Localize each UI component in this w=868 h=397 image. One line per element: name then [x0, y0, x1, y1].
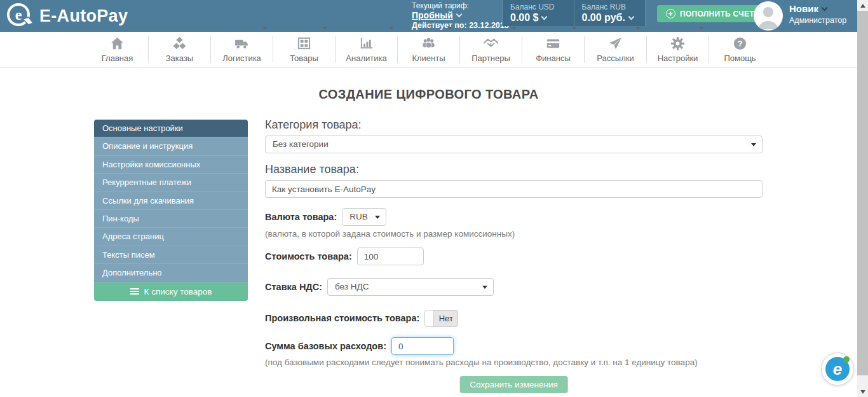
people-icon — [421, 36, 437, 52]
caret-down-icon — [322, 27, 327, 30]
sidebar-item-recurrent[interactable]: Рекуррентные платежи — [94, 174, 248, 192]
sidebar-item-additional[interactable]: Дополнительно — [94, 264, 248, 282]
bar-chart-icon — [358, 36, 374, 52]
scrollbar-thumb[interactable] — [857, 11, 868, 375]
caret-down-icon — [389, 27, 394, 30]
nav-label: Заказы — [166, 53, 193, 63]
caret-down-icon — [447, 27, 452, 30]
page-title: СОЗДАНИЕ ЦИФРОВОГО ТОВАРА — [0, 87, 857, 102]
vertical-scrollbar[interactable] — [857, 0, 868, 397]
caret-down-icon — [635, 27, 641, 30]
balance-usd[interactable]: Баланс USD 0.00 $ — [503, 0, 574, 26]
nav-item-analytics[interactable]: Аналитика — [336, 34, 397, 66]
nav-label: Логистика — [222, 53, 261, 63]
currency-select[interactable]: RUB — [342, 208, 386, 226]
caret-down-icon — [572, 27, 577, 30]
nav-item-partners[interactable]: Партнеры — [460, 34, 522, 66]
caret-down-icon — [699, 27, 704, 30]
nav-item-home[interactable]: Главная — [86, 34, 148, 66]
sidebar-item-download-links[interactable]: Ссылки для скачивания — [94, 192, 248, 210]
credit-card-icon — [545, 36, 561, 52]
online-status-dot — [843, 356, 850, 363]
vat-select[interactable]: без НДС — [327, 278, 494, 296]
sidebar-item-commissions[interactable]: Настройки комиссионных — [94, 156, 248, 174]
toggle-state-label: Нет — [434, 310, 458, 326]
app-header: e E-AutoPay Текущий тариф: Пробный Дейст… — [0, 0, 857, 32]
sidebar-item-pin-codes[interactable]: Пин-коды — [94, 210, 248, 228]
arbitrary-price-toggle[interactable]: Нет — [424, 310, 458, 327]
category-select[interactable]: Без категории — [265, 136, 763, 153]
vat-label: Ставка НДС: — [265, 278, 322, 296]
balance-rub[interactable]: Баланс RUB 0.00 руб. — [574, 0, 646, 26]
currency-label: Валюта товара: — [265, 208, 337, 226]
avatar[interactable] — [754, 1, 783, 31]
nav-label: Партнеры — [471, 53, 510, 63]
chevron-down-icon — [628, 14, 634, 20]
scroll-up-arrow[interactable] — [857, 0, 868, 11]
balance-usd-value: 0.00 $ — [510, 12, 538, 23]
svg-text:?: ? — [737, 39, 742, 48]
nav-label: Аналитика — [346, 53, 386, 63]
balance-rub-label: Баланс RUB — [582, 3, 646, 11]
nav-item-finance[interactable]: Финансы — [522, 34, 584, 66]
topup-button[interactable]: + ПОПОЛНИТЬ СЧЕТ — [657, 5, 763, 22]
product-form: Категория товара: Без категории Название… — [265, 118, 763, 397]
balance-rub-value: 0.00 руб. — [582, 12, 625, 23]
price-input[interactable] — [357, 247, 424, 265]
caret-down-icon — [262, 27, 268, 30]
to-product-list-label: К списку товаров — [144, 287, 212, 296]
user-name: Новик — [789, 3, 818, 14]
nav-item-mailings[interactable]: Рассылки — [585, 34, 646, 66]
user-menu[interactable]: Новик Администратор — [789, 3, 846, 25]
nav-item-products[interactable]: Товары — [273, 34, 335, 66]
sidebar-item-main-settings[interactable]: Основные настройки — [94, 120, 248, 137]
arbitrary-price-label: Произвольная стоимость товара: — [265, 309, 419, 327]
nav-item-orders[interactable]: Заказы — [149, 34, 210, 66]
base-cost-input[interactable] — [391, 337, 454, 355]
nav-item-clients[interactable]: Клиенты — [398, 34, 459, 66]
nav-label: Клиенты — [412, 53, 445, 63]
home-icon — [109, 36, 125, 52]
currency-select-value: RUB — [349, 212, 368, 221]
topup-button-label: ПОПОЛНИТЬ СЧЕТ — [680, 10, 754, 18]
chevron-down-icon — [541, 14, 548, 20]
person-icon — [754, 1, 783, 31]
to-product-list-button[interactable]: К списку товаров — [94, 282, 248, 301]
e-autopay-logo-icon: e — [5, 2, 34, 30]
logo-text: E-AutoPay — [39, 6, 128, 26]
sidebar-item-description[interactable]: Описание и инструкция — [94, 137, 248, 155]
nav-item-help[interactable]: ? Помощь — [709, 34, 771, 66]
price-label: Стоимость товара: — [265, 247, 352, 265]
balance-usd-label: Баланс USD — [510, 3, 574, 11]
logo[interactable]: e E-AutoPay — [5, 2, 128, 30]
orders-cubes-icon — [172, 36, 187, 52]
product-name-input[interactable] — [265, 180, 763, 198]
category-label: Категория товара: — [265, 118, 362, 132]
tariff-name-link[interactable]: Пробный — [412, 10, 453, 20]
category-select-value: Без категории — [273, 139, 329, 149]
handshake-icon — [483, 36, 499, 52]
sidebar-item-email-texts[interactable]: Тексты писем — [94, 246, 248, 264]
sidebar: Основные настройки Описание и инструкция… — [94, 120, 248, 301]
nav-label: Рассылки — [597, 53, 634, 63]
vat-select-value: без НДС — [335, 282, 369, 291]
nav-item-logistics[interactable]: Логистика — [211, 34, 273, 66]
caret-down-icon — [512, 27, 517, 30]
nav-label: Настройки — [658, 53, 698, 63]
nav-label: Помощь — [724, 53, 756, 63]
nav-item-settings[interactable]: Настройки — [647, 34, 709, 66]
scroll-down-arrow[interactable] — [857, 386, 868, 397]
chat-widget[interactable]: e — [821, 352, 854, 386]
save-button[interactable]: Сохранить изменения — [459, 376, 568, 393]
user-role: Администратор — [789, 16, 846, 25]
tariff-valid-until: Действует по: 23.12.2018 — [412, 21, 509, 31]
plus-circle-icon: + — [666, 9, 675, 18]
sidebar-item-page-urls[interactable]: Адреса страниц — [94, 228, 248, 246]
balance-panel: Баланс USD 0.00 $ Баланс RUB 0.00 руб. — [502, 0, 646, 26]
screen: e E-AutoPay Текущий тариф: Пробный Дейст… — [0, 0, 868, 397]
tariff-info: Текущий тариф: Пробный Действует по: 23.… — [412, 1, 509, 31]
nav-label: Товары — [290, 53, 318, 63]
toggle-knob — [425, 310, 434, 326]
chevron-down-icon — [456, 11, 462, 18]
question-circle-icon: ? — [732, 36, 748, 52]
